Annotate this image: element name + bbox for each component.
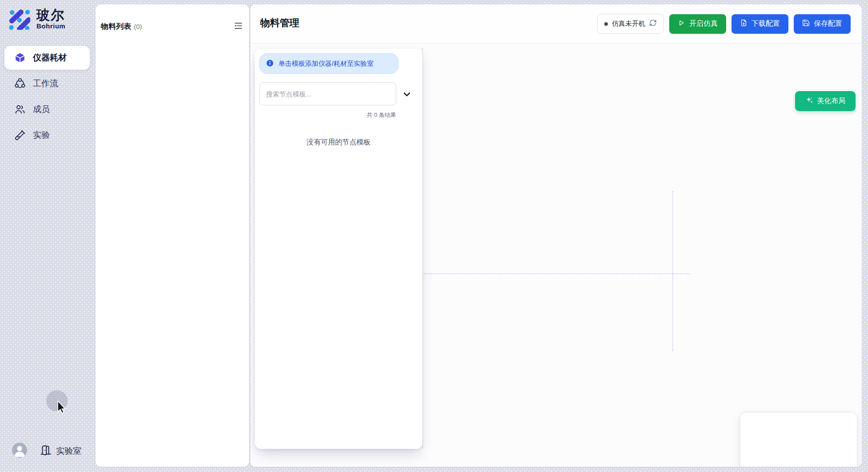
start-simulation-label: 开启仿真 xyxy=(689,19,718,28)
palette-hint-banner: 单击模板添加仪器/耗材至实验室 xyxy=(259,53,398,74)
alignment-guide-vertical xyxy=(672,191,673,351)
save-icon xyxy=(802,19,810,28)
save-config-button[interactable]: 保存配置 xyxy=(794,14,851,34)
page-header: 物料管理 仿真未开机 xyxy=(250,4,862,44)
download-config-button[interactable]: 下载配置 xyxy=(731,14,788,34)
cube-icon xyxy=(14,52,26,64)
user-avatar[interactable] xyxy=(12,443,27,458)
panel-collapse-icon[interactable] xyxy=(233,20,244,31)
file-download-icon xyxy=(740,19,747,28)
brand-name: 玻尔 Bohrium xyxy=(36,8,65,30)
palette-hint-text: 单击模板添加仪器/耗材至实验室 xyxy=(278,60,374,68)
workflow-icon xyxy=(14,78,26,89)
node-template-palette: 单击模板添加仪器/耗材至实验室 共 0 条结果 没有可用的节点模板 xyxy=(255,49,422,449)
start-simulation-button[interactable]: 开启仿真 xyxy=(669,14,726,34)
page-title: 物料管理 xyxy=(260,16,299,30)
brand-name-en: Bohrium xyxy=(36,22,65,30)
materials-list-panel: 物料列表(0) xyxy=(96,4,249,467)
test-tube-icon xyxy=(14,129,26,141)
header-actions: 仿真未开机 xyxy=(597,4,851,43)
minimap[interactable] xyxy=(740,412,857,467)
sidebar-nav: 仪器耗材 工作流 xyxy=(4,46,90,147)
door-open-icon xyxy=(40,444,52,458)
app-window: 玻尔 Bohrium 仪器耗材 xyxy=(0,0,868,472)
sidebar-item-label: 实验 xyxy=(33,129,50,141)
main-content-card: 物料管理 仿真未开机 xyxy=(250,4,862,467)
sidebar: 玻尔 Bohrium 仪器耗材 xyxy=(0,0,96,472)
beautify-layout-button[interactable]: 美化布局 xyxy=(795,91,856,111)
sidebar-item-lab[interactable]: 实验室 xyxy=(40,444,81,459)
users-icon xyxy=(14,104,26,115)
play-icon xyxy=(678,19,685,28)
download-config-label: 下载配置 xyxy=(751,19,780,28)
alignment-guide-horizontal xyxy=(422,273,690,274)
brand-logo[interactable]: 玻尔 Bohrium xyxy=(7,7,65,32)
status-dot-icon xyxy=(604,22,608,26)
chevron-down-icon[interactable] xyxy=(402,89,412,100)
brand-name-zh: 玻尔 xyxy=(36,8,65,22)
sidebar-item-label: 仪器耗材 xyxy=(33,52,67,64)
materials-list-title: 物料列表(0) xyxy=(101,21,142,32)
sidebar-item-workflow[interactable]: 工作流 xyxy=(4,72,90,96)
sidebar-item-members[interactable]: 成员 xyxy=(4,97,90,121)
simulation-status-label: 仿真未开机 xyxy=(612,20,645,28)
beautify-layout-label: 美化布局 xyxy=(817,96,846,106)
lab-label: 实验室 xyxy=(56,445,81,457)
save-config-label: 保存配置 xyxy=(814,19,842,28)
sidebar-item-label: 成员 xyxy=(33,104,50,115)
sidebar-item-instruments[interactable]: 仪器耗材 xyxy=(4,46,90,70)
bohrium-logo-icon xyxy=(7,7,30,32)
sparkles-icon xyxy=(805,96,814,106)
materials-title-text: 物料列表 xyxy=(101,22,131,31)
refresh-icon[interactable] xyxy=(649,19,657,28)
mouse-cursor xyxy=(56,401,67,416)
sidebar-item-experiment[interactable]: 实验 xyxy=(4,123,90,147)
search-input[interactable] xyxy=(259,82,396,105)
materials-list-header: 物料列表(0) xyxy=(96,4,249,36)
materials-count: (0) xyxy=(134,23,142,30)
result-count: 共 0 条结果 xyxy=(259,111,396,119)
layout-canvas[interactable]: 单击模板添加仪器/耗材至实验室 共 0 条结果 没有可用的节点模板 xyxy=(250,44,862,467)
empty-state-text: 没有可用的节点模板 xyxy=(255,138,422,147)
info-icon xyxy=(266,59,274,68)
simulation-status-pill[interactable]: 仿真未开机 xyxy=(597,14,664,34)
sidebar-item-label: 工作流 xyxy=(33,78,58,89)
